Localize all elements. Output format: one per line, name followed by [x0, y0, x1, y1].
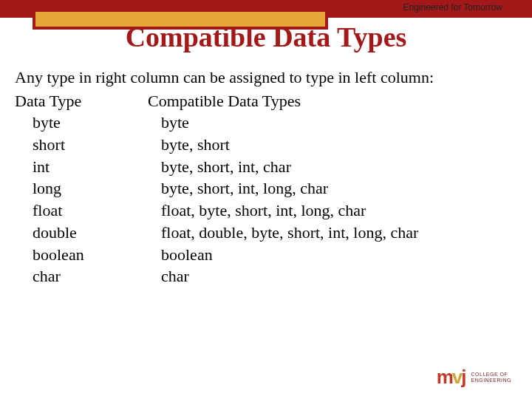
logo-line2: ENGINEERING: [471, 378, 511, 383]
cell-compat: byte, short, int, char: [148, 156, 291, 178]
cell-type: long: [15, 177, 148, 200]
slide-content: Any type in right column can be assigned…: [0, 61, 532, 287]
table-row: long byte, short, int, long, char: [15, 177, 517, 200]
cell-type: float: [15, 200, 148, 222]
cell-type: double: [15, 222, 148, 244]
tagline: Engineered for Tomorrow: [403, 2, 502, 13]
cell-compat: byte, short: [148, 134, 230, 156]
title-area: Compatible Data Types: [0, 18, 532, 61]
logo-letter-m: m: [437, 366, 454, 389]
col-header-right: Compatible Data Types: [148, 90, 301, 112]
logo-text: COLLEGE OF ENGINEERING: [471, 372, 511, 383]
table-row: short byte, short: [15, 134, 517, 156]
table-row: char char: [15, 265, 517, 287]
cell-type: boolean: [15, 244, 148, 266]
cell-type: char: [15, 265, 148, 287]
logo-letter-j: j: [461, 366, 466, 389]
col-header-left: Data Type: [15, 90, 148, 112]
cell-type: byte: [15, 112, 148, 134]
table-row: int byte, short, int, char: [15, 156, 517, 178]
cell-compat: float, byte, short, int, long, char: [148, 200, 366, 222]
cell-compat: byte, short, int, long, char: [148, 177, 328, 200]
table-row: byte byte: [15, 112, 517, 134]
cell-compat: char: [148, 265, 189, 287]
table-row: double float, double, byte, short, int, …: [15, 222, 517, 244]
cell-compat: boolean: [148, 244, 213, 266]
slide-title: Compatible Data Types: [0, 21, 532, 53]
cell-type: short: [15, 134, 148, 156]
cell-type: int: [15, 156, 148, 178]
logo-mark: m v j: [437, 366, 467, 389]
cell-compat: byte: [148, 112, 189, 134]
logo-line1: COLLEGE OF: [471, 372, 511, 378]
cell-compat: float, double, byte, short, int, long, c…: [148, 222, 418, 244]
intro-text: Any type in right column can be assigned…: [15, 66, 517, 89]
footer-logo: m v j COLLEGE OF ENGINEERING: [437, 366, 511, 389]
table-header-row: Data Type Compatible Data Types: [15, 90, 517, 112]
table-row: boolean boolean: [15, 244, 517, 266]
table-row: float float, byte, short, int, long, cha…: [15, 200, 517, 222]
